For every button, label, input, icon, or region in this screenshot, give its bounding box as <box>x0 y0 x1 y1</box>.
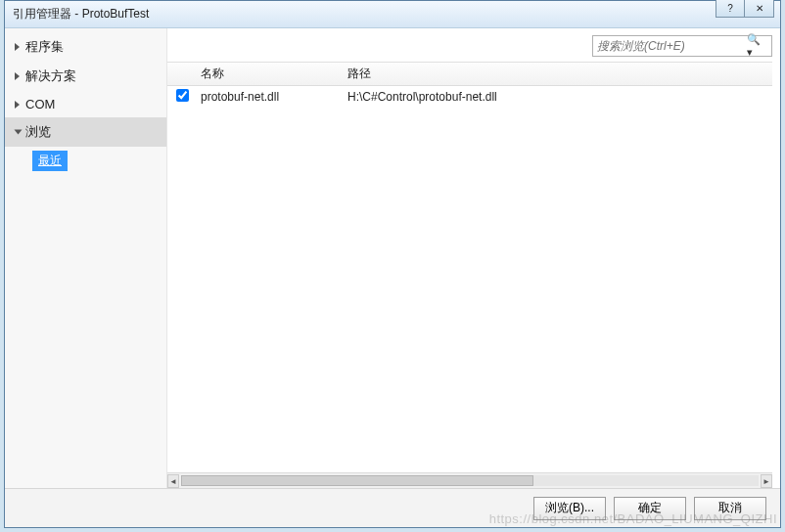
scroll-right-icon[interactable]: ► <box>761 474 772 488</box>
horizontal-scrollbar[interactable]: ◄ ► <box>167 472 772 488</box>
sidebar-item-label: 浏览 <box>25 123 51 141</box>
sidebar-item-solution[interactable]: 解决方案 <box>5 62 166 91</box>
row-checkbox-cell <box>167 89 197 105</box>
center-pane: 🔍▾ 名称 路径 protobuf-net.dll <box>167 28 780 488</box>
window-buttons: ? ✕ <box>716 0 774 18</box>
window-title: 引用管理器 - ProtoBufTest <box>13 6 149 22</box>
sidebar-item-label: 解决方案 <box>25 67 76 85</box>
reference-manager-window: 引用管理器 - ProtoBufTest ? ✕ 程序集 解决方案 COM <box>4 0 781 528</box>
sidebar-item-assemblies[interactable]: 程序集 <box>5 32 166 62</box>
close-button[interactable]: ✕ <box>745 0 774 18</box>
list-header: 名称 路径 <box>167 63 772 86</box>
row-path: H:\C#Control\protobuf-net.dll <box>344 90 772 104</box>
col-path-header[interactable]: 路径 <box>344 66 772 82</box>
sidebar: 程序集 解决方案 COM 浏览 最近 <box>5 28 167 488</box>
sidebar-sub-recent[interactable]: 最近 <box>32 151 68 171</box>
sidebar-subgroup: 最近 <box>5 147 166 175</box>
caret-icon <box>15 101 20 109</box>
search-icon[interactable]: 🔍▾ <box>745 33 767 59</box>
reference-list: 名称 路径 protobuf-net.dll H:\C#Control\prot… <box>167 62 772 488</box>
scroll-thumb[interactable] <box>181 475 533 486</box>
dialog-body: 程序集 解决方案 COM 浏览 最近 <box>5 28 780 527</box>
ok-button[interactable]: 确定 <box>614 497 686 520</box>
list-body: protobuf-net.dll H:\C#Control\protobuf-n… <box>167 86 772 472</box>
dialog-footer: 浏览(B)... 确定 取消 <box>5 488 780 527</box>
search-box[interactable]: 🔍▾ <box>592 35 772 57</box>
search-input[interactable] <box>597 39 745 53</box>
main-area: 程序集 解决方案 COM 浏览 最近 <box>5 28 780 488</box>
search-row: 🔍▾ <box>167 28 780 60</box>
row-checkbox[interactable] <box>176 89 189 102</box>
browse-button[interactable]: 浏览(B)... <box>533 497 606 520</box>
table-row[interactable]: protobuf-net.dll H:\C#Control\protobuf-n… <box>167 86 772 108</box>
sidebar-item-label: COM <box>25 97 55 111</box>
caret-down-icon <box>15 130 23 135</box>
cancel-button[interactable]: 取消 <box>694 497 766 520</box>
titlebar: 引用管理器 - ProtoBufTest ? ✕ <box>5 1 780 28</box>
sidebar-item-com[interactable]: COM <box>5 91 166 117</box>
help-button[interactable]: ? <box>716 0 745 18</box>
col-name-header[interactable]: 名称 <box>197 66 344 82</box>
caret-icon <box>15 43 20 51</box>
sidebar-item-label: 程序集 <box>25 38 64 56</box>
caret-icon <box>15 72 20 80</box>
row-name: protobuf-net.dll <box>197 90 344 104</box>
scroll-left-icon[interactable]: ◄ <box>167 474 179 488</box>
sidebar-item-browse[interactable]: 浏览 <box>5 117 166 147</box>
